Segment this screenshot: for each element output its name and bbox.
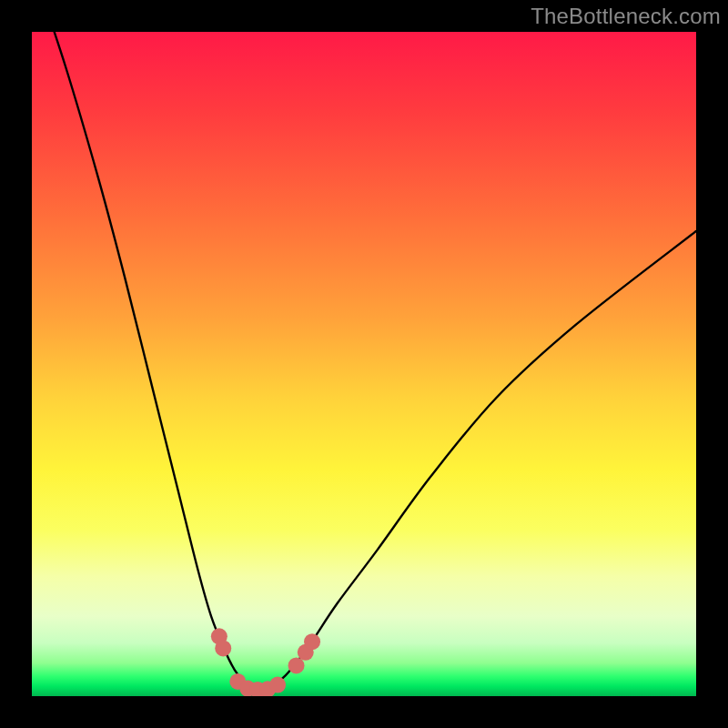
curve-svg xyxy=(32,32,696,696)
bead-marker xyxy=(215,640,231,656)
plot-area xyxy=(32,32,696,696)
curve-beads xyxy=(211,628,320,696)
bead-marker xyxy=(288,657,305,673)
watermark-text: TheBottleneck.com xyxy=(531,4,721,29)
chart-frame: TheBottleneck.com xyxy=(0,0,728,728)
bead-marker xyxy=(269,677,286,693)
bead-marker xyxy=(304,633,320,650)
bottleneck-curve xyxy=(32,32,696,690)
